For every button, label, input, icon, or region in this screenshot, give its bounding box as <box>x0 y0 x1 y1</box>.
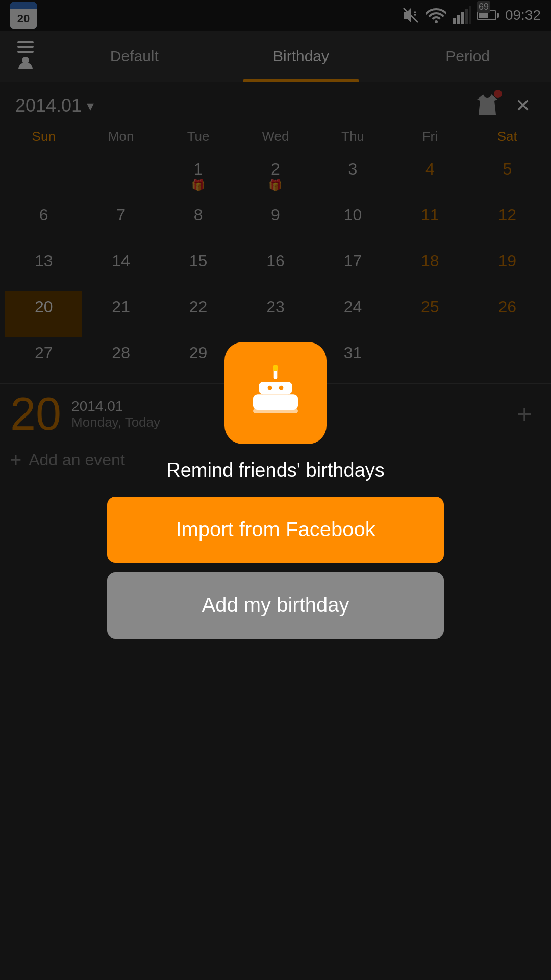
add-birthday-button[interactable]: Add my birthday <box>107 572 444 639</box>
modal-title: Remind friends' birthdays <box>166 459 385 481</box>
svg-point-11 <box>268 385 272 390</box>
birthday-cake-icon <box>247 365 304 421</box>
modal-overlay: Remind friends' birthdays Import from Fa… <box>0 0 551 980</box>
birthday-icon-wrap <box>224 342 327 444</box>
svg-rect-9 <box>259 382 292 394</box>
svg-rect-13 <box>253 408 298 413</box>
svg-point-12 <box>279 385 284 390</box>
birthday-modal: Remind friends' birthdays Import from Fa… <box>102 342 449 639</box>
svg-rect-10 <box>253 394 298 410</box>
import-facebook-button[interactable]: Import from Facebook <box>107 497 444 563</box>
